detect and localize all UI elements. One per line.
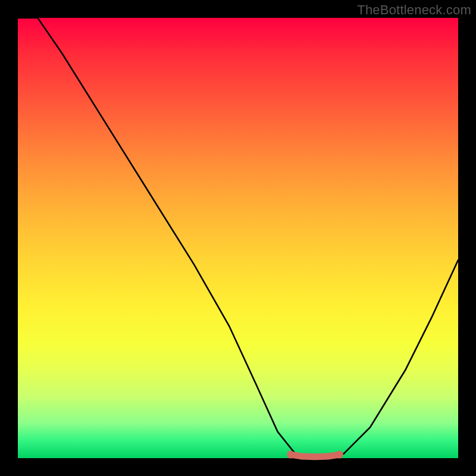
optimal-endpoint	[287, 451, 295, 459]
attribution-label: TheBottleneck.com	[357, 2, 471, 18]
bottleneck-curve	[18, 18, 458, 458]
optimal-endpoint	[336, 451, 343, 459]
chart-svg	[18, 18, 458, 458]
chart-frame: TheBottleneck.com	[0, 0, 476, 476]
plot-area	[18, 18, 458, 458]
optimal-segment	[291, 455, 339, 457]
